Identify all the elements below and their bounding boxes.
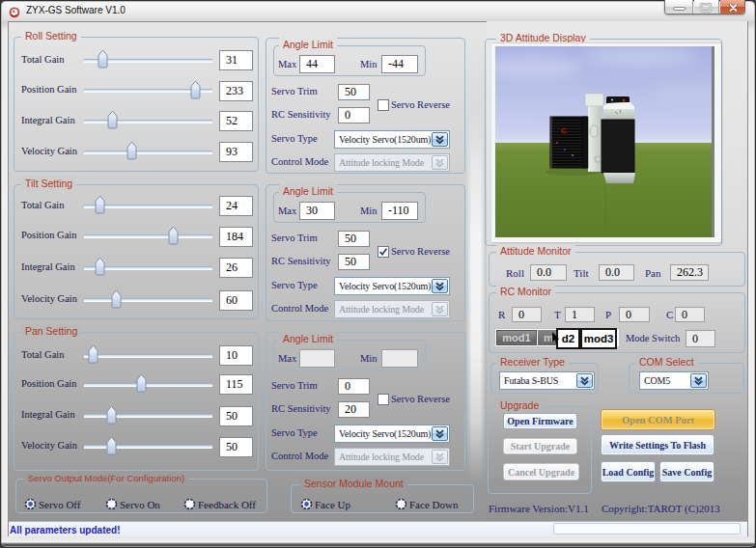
svg-text:C: C <box>561 126 567 135</box>
